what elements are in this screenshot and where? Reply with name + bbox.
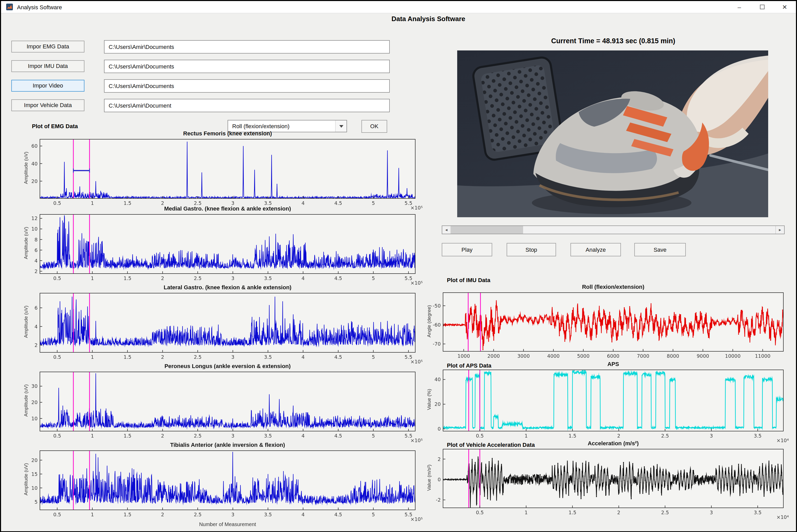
chart-ylabel: Amplitude (uV) [23,463,29,495]
stop-button[interactable]: Stop [507,243,556,256]
emg-tibialis-plot-canvas [19,449,426,525]
emg-rectus-plot-canvas [19,138,426,213]
maximize-button[interactable] [751,1,773,13]
dropdown-value: Roll (flexion/extension) [232,123,290,129]
window-title: Analysis Software [17,4,62,10]
play-button[interactable]: Play [442,243,492,256]
vehicle-acceleration-chart: Acceleration (m/s²)Value (m/s²) [422,440,790,522]
chart-title: Peroneus Longus (ankle eversion & extens… [40,362,416,369]
emg-chart-lateral-gastro: Lateral Gastro. (knee flexion & ankle ex… [19,284,426,367]
chart-title: Rectus Femoris (knee extension) [40,130,416,137]
scrollbar-track[interactable] [451,226,775,234]
chart-title: Tibialis Anterior (ankle inversion & fle… [40,441,416,448]
chart-ylabel: Amplitude (uV) [23,305,29,338]
import-vehicle-button[interactable]: Impor Vehicle Data [11,99,84,111]
emg-chart-medial-gastro: Medial Gastro. (knee flexion & ankle ext… [19,205,426,288]
close-button[interactable]: ✕ [773,1,796,13]
video-display [457,51,768,217]
emg-medial-plot-canvas [19,213,426,288]
import-emg-button[interactable]: Impor EMG Data [11,41,84,53]
emg-section-label: Plot of EMG Data [32,123,78,129]
video-scene [457,51,768,217]
matlab-icon [6,4,13,10]
imu-path-field[interactable]: C:\Users\Amir\Documents [104,60,390,73]
chart-ylabel: Amplitude (uV) [23,227,29,259]
imu-section-label: Plot of IMU Data [447,277,490,283]
imu-roll-plot-canvas [422,291,790,366]
titlebar: Analysis Software – ✕ [1,1,796,13]
vehicle-accel-plot-canvas [422,448,790,522]
import-video-button[interactable]: Impor Video [11,80,84,92]
imu-roll-chart: Roll (flexion/extension)Angle (degree) [422,283,790,366]
chart-ylabel: Value (m/s²) [426,464,432,491]
emg-peroneus-plot-canvas [19,370,426,446]
emg-path-field[interactable]: C:\Users\Amir\Documents [104,40,390,54]
video-path-field[interactable]: C:\Users\Amir\Documents [104,79,390,93]
chart-title: Medial Gastro. (knee flexion & ankle ext… [40,205,416,212]
chart-title: APS [443,360,784,367]
window-controls: – ✕ [728,1,796,13]
emg-chart-peroneus-longus: Peroneus Longus (ankle eversion & extens… [19,362,426,446]
chart-title: Lateral Gastro. (knee flexion & ankle ex… [40,284,416,291]
app-window: Analysis Software – ✕ Data Analysis Soft… [0,0,797,532]
emg-chart-rectus-femoris: Rectus Femoris (knee extension)Amplitude… [19,130,426,213]
chart-title: Roll (flexion/extension) [443,283,784,290]
chevron-down-glyph [339,125,343,128]
aps-plot-canvas [422,368,790,446]
save-button[interactable]: Save [634,243,686,256]
maximize-icon [760,5,764,9]
chart-ylabel: Angle (degree) [426,305,432,337]
scrollbar-right-arrow-icon[interactable]: ► [775,226,784,234]
emg-lateral-plot-canvas [19,292,426,367]
minimize-button[interactable]: – [728,1,751,13]
chart-ylabel: Amplitude (uV) [23,384,29,417]
scrollbar-thumb[interactable] [451,226,523,234]
chart-ylabel: Value (%) [426,389,432,410]
aps-chart: APSValue (%) [422,360,790,446]
scrollbar-left-arrow-icon[interactable]: ◄ [442,226,451,234]
chart-title: Acceleration (m/s²) [443,440,784,447]
current-time-label: Current Time = 48.913 sec (0.815 min) [442,37,785,45]
video-scrollbar[interactable]: ◄ ► [442,226,785,234]
import-imu-button[interactable]: Impor IMU Data [11,60,84,72]
chart-ylabel: Amplitude (uV) [23,152,29,184]
analyze-button[interactable]: Analyze [570,243,621,256]
page-title: Data Analysis Software [310,15,547,23]
emg-chart-tibialis-anterior: Tibialis Anterior (ankle inversion & fle… [19,441,426,527]
vehicle-path-field[interactable]: C:\Users\Amir\Document [104,99,390,112]
